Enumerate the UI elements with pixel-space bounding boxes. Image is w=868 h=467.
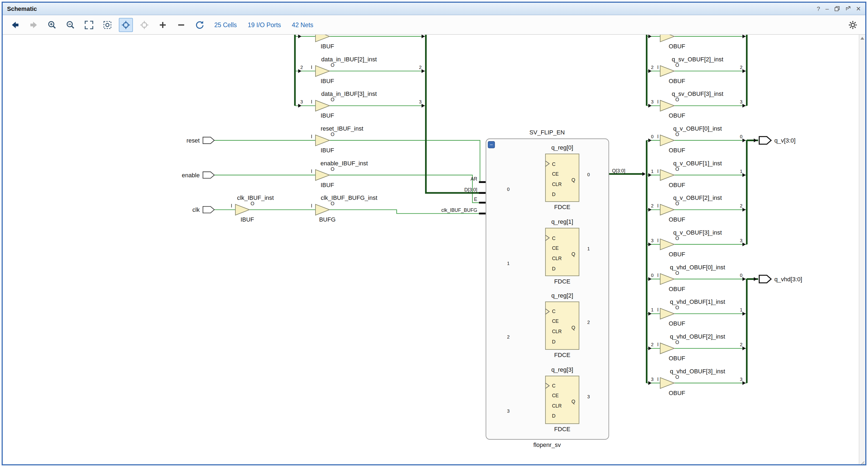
port-arrow[interactable] xyxy=(759,275,771,283)
buffer-type: IBUF xyxy=(321,147,334,154)
collapse-level-button[interactable] xyxy=(174,18,188,32)
zoom-out-button[interactable] xyxy=(63,18,78,32)
ibuf-symbol[interactable] xyxy=(315,35,330,42)
bufg-symbol[interactable] xyxy=(315,204,330,215)
obuf-symbol[interactable] xyxy=(660,35,674,42)
port-label: q_v[3:0] xyxy=(774,137,796,144)
expand-level-button[interactable] xyxy=(156,18,170,32)
pin-o: O xyxy=(331,97,335,103)
pin-o: O xyxy=(331,62,335,68)
pin-d: D xyxy=(552,413,556,419)
port-label: q_vhd[3:0] xyxy=(774,276,802,283)
pin-ce: CE xyxy=(552,393,559,398)
output-port-q-vhd[interactable]: q_vhd[3:0] xyxy=(759,275,802,283)
close-icon[interactable]: ✕ xyxy=(856,6,861,12)
pin-o: O xyxy=(675,97,679,103)
pin-q: Q xyxy=(571,252,575,257)
in-tap-number: 3 xyxy=(651,238,653,243)
ibuf-symbol[interactable] xyxy=(315,100,330,111)
obuf-symbol[interactable] xyxy=(660,274,674,285)
pin-clr: CLR xyxy=(552,329,562,334)
ibuf-symbol[interactable] xyxy=(315,66,330,77)
pin-i: I xyxy=(311,169,312,174)
zoom-fit-button[interactable] xyxy=(82,18,96,32)
obuf-symbol[interactable] xyxy=(660,204,674,215)
pin-i: I xyxy=(657,307,659,313)
input-port-enable[interactable]: enable xyxy=(182,172,214,179)
back-button[interactable] xyxy=(8,18,22,32)
obuf-symbol[interactable] xyxy=(660,100,674,111)
buffer-type: OBUF xyxy=(669,216,685,223)
port-arrow[interactable] xyxy=(203,172,214,178)
help-icon[interactable]: ? xyxy=(817,6,820,12)
cell-type: FDCE xyxy=(554,426,570,433)
cells-link[interactable]: 25 Cells xyxy=(214,22,237,28)
ibuf-symbol[interactable] xyxy=(315,135,330,146)
obuf-symbol[interactable] xyxy=(660,308,674,319)
obuf-symbol[interactable] xyxy=(660,135,674,146)
buffer-type: IBUF xyxy=(321,112,334,119)
regenerate-button[interactable] xyxy=(193,18,207,32)
pin-i: I xyxy=(657,238,659,243)
window-title: Schematic xyxy=(7,5,37,12)
obuf-symbol[interactable] xyxy=(660,170,674,180)
scroll-up-button[interactable] xyxy=(859,35,865,41)
buffer-type: OBUF xyxy=(669,286,685,292)
pin-o: O xyxy=(675,167,679,172)
pin-clr: CLR xyxy=(552,403,562,409)
schematic-canvas[interactable]: SV_FLIP_EN flopenr_sv − AR D[3:0] E clk_… xyxy=(3,35,865,464)
zoom-in-button[interactable] xyxy=(45,18,59,32)
obuf-symbol[interactable] xyxy=(660,66,674,77)
buffer-type: OBUF xyxy=(669,355,685,362)
schematic-toolbar: 25 Cells 19 I/O Ports 42 Nets xyxy=(3,15,865,35)
output-port-q-v[interactable]: q_v[3:0] xyxy=(759,137,796,144)
block-collapse-button[interactable]: − xyxy=(488,142,495,148)
pin-c: C xyxy=(552,383,556,388)
minimize-icon[interactable]: – xyxy=(826,6,829,12)
obuf-symbol[interactable] xyxy=(660,378,674,388)
pin-i: I xyxy=(657,203,659,208)
buffer-reset-ibuf: reset_IBUF_inst I O IBUF xyxy=(311,125,363,154)
port-arrow[interactable] xyxy=(203,206,214,213)
io-ports-link[interactable]: 19 I/O Ports xyxy=(248,22,281,28)
port-arrow[interactable] xyxy=(759,137,771,144)
pin-o: O xyxy=(331,167,335,172)
float-icon[interactable] xyxy=(845,6,850,11)
nets-link[interactable]: 42 Nets xyxy=(292,22,313,28)
svg-text:−: − xyxy=(490,142,493,148)
out-tap-number: 2 xyxy=(740,65,742,70)
d-tap-number: 3 xyxy=(507,409,509,414)
forward-button[interactable] xyxy=(27,18,41,32)
cell-title: q_reg[1] xyxy=(552,218,574,225)
port-label: enable xyxy=(182,172,199,179)
input-port-reset[interactable]: reset xyxy=(186,137,214,144)
port-arrow[interactable] xyxy=(203,137,214,144)
pin-o: O xyxy=(675,270,679,276)
resize-grip-icon[interactable] xyxy=(859,458,865,464)
settings-gear-button[interactable] xyxy=(846,18,860,32)
obuf-symbol[interactable] xyxy=(660,343,674,354)
obuf-symbol[interactable] xyxy=(660,239,674,250)
pin-i: I xyxy=(657,65,659,70)
out-tap-number: 3 xyxy=(740,99,742,105)
input-port-clk[interactable]: clk xyxy=(192,206,214,213)
buffer-q-vhd-2: q_vhd_OBUF[2]_inst I O 2 2 OBUF xyxy=(651,333,742,362)
restore-icon[interactable] xyxy=(834,6,840,11)
buffer-title: enable_IBUF_inst xyxy=(321,160,368,167)
net-label-clk: clk_IBUF_BUFG xyxy=(441,207,477,213)
q-tap-number: 3 xyxy=(587,394,590,399)
pin-o: O xyxy=(675,62,679,68)
ibuf-symbol[interactable] xyxy=(236,204,250,215)
out-tap-number: 0 xyxy=(740,134,742,139)
cell-type: FDCE xyxy=(554,352,570,358)
vertical-scrollbar[interactable] xyxy=(859,35,865,464)
zoom-selection-button[interactable] xyxy=(100,18,115,32)
titlebar: Schematic ? – ✕ xyxy=(3,3,865,15)
expand-selection-button[interactable] xyxy=(137,18,151,32)
port-label: clk xyxy=(192,206,199,213)
pin-o: O xyxy=(331,201,335,206)
buffer-data-in-3: data_in_IBUF[3]_inst I O 3 3 IBUF xyxy=(300,90,422,119)
ibuf-symbol[interactable] xyxy=(315,170,330,180)
autofit-selection-toggle[interactable] xyxy=(119,18,133,32)
net-label-d-bus: D[3:0] xyxy=(464,187,477,193)
